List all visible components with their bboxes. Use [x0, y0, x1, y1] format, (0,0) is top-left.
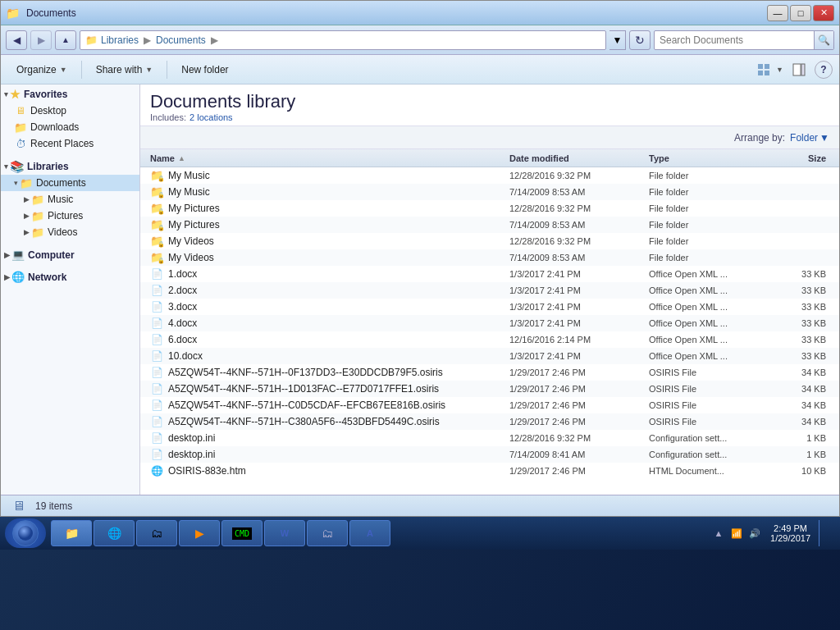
network-icon: 🌐	[11, 271, 25, 283]
favorites-label: Favorites	[24, 89, 67, 100]
network-group[interactable]: ▶ 🌐 Network	[1, 267, 139, 285]
table-row[interactable]: 📄 A5ZQW54T--4KNF--571H--0F137DD3--E30DDC…	[140, 364, 839, 381]
table-row[interactable]: 📄 desktop.ini 12/28/2016 9:32 PM Configu…	[140, 430, 839, 446]
computer-icon: 💻	[11, 249, 25, 261]
views-arrow[interactable]: ▼	[776, 66, 783, 74]
back-button[interactable]: ◀	[6, 30, 27, 50]
ie-icon: 🌐	[107, 527, 121, 540]
computer-group[interactable]: ▶ 💻 Computer	[1, 245, 139, 262]
taskbar-word[interactable]: W	[264, 520, 305, 546]
help-button[interactable]: ?	[815, 61, 833, 79]
library-title: Documents library	[150, 91, 829, 112]
taskbar-app2[interactable]: 🗂	[307, 520, 348, 546]
table-row[interactable]: 🌐 OSIRIS-883e.htm 1/29/2017 2:46 PM HTML…	[140, 463, 839, 479]
table-row[interactable]: 📁🔒 My Videos 12/28/2016 9:32 PM File fol…	[140, 233, 839, 249]
table-row[interactable]: 📄 3.docx 1/3/2017 2:41 PM Office Open XM…	[140, 299, 839, 315]
table-row[interactable]: 📄 A5ZQW54T--4KNF--571H--C0D5CDAF--EFCB67…	[140, 397, 839, 413]
taskbar-media[interactable]: ▶	[179, 520, 220, 546]
search-icon-button[interactable]: 🔍	[814, 31, 833, 49]
search-box[interactable]: 🔍	[654, 30, 834, 50]
table-row[interactable]: 📄 6.docx 12/16/2016 2:14 PM Office Open …	[140, 331, 839, 348]
table-row[interactable]: 📁🔒 My Music 7/14/2009 8:53 AM File folde…	[140, 184, 839, 200]
osiris-icon: 📄	[151, 416, 163, 427]
close-button[interactable]: ✕	[813, 5, 834, 21]
new-folder-button[interactable]: New folder	[172, 59, 237, 80]
sidebar-item-music[interactable]: ▶ 📁 Music	[1, 191, 139, 208]
osiris-icon: 📄	[151, 399, 163, 411]
share-button[interactable]: Share with ▼	[87, 59, 162, 80]
col-header-size[interactable]: Size	[772, 153, 829, 163]
taskbar-cmd[interactable]: CMD	[221, 520, 262, 546]
maximize-button[interactable]: □	[790, 5, 811, 21]
table-row[interactable]: 📄 1.docx 1/3/2017 2:41 PM Office Open XM…	[140, 266, 839, 282]
file-size: 1 KB	[772, 450, 829, 459]
col-header-date[interactable]: Date modified	[509, 153, 649, 163]
views-button[interactable]	[753, 60, 774, 80]
sidebar-item-recent-places[interactable]: ⏱ Recent Places	[1, 135, 139, 152]
file-name: My Music	[168, 170, 509, 181]
main-area: ▾ ★ Favorites 🖥 Desktop 📁 Downloads ⏱ Re…	[1, 84, 839, 495]
table-row[interactable]: 📁🔒 My Pictures 7/14/2009 8:53 AM File fo…	[140, 217, 839, 233]
addressbar: ◀ ▶ ▲ 📁 Libraries ▶ Documents ▶ ▼ ↻ 🔍	[1, 25, 839, 55]
table-row[interactable]: 📄 A5ZQW54T--4KNF--571H--C380A5F6--453DBF…	[140, 413, 839, 430]
table-row[interactable]: 📁🔒 My Music 12/28/2016 9:32 PM File fold…	[140, 167, 839, 184]
sidebar-item-documents[interactable]: ▾ 📁 Documents	[1, 175, 139, 191]
table-row[interactable]: 📄 desktop.ini 7/14/2009 8:41 AM Configur…	[140, 446, 839, 463]
tray-volume-icon[interactable]: 🔊	[747, 526, 762, 541]
toolbar-sep-1	[81, 61, 82, 79]
taskbar-files[interactable]: 🗂	[136, 520, 177, 546]
svg-rect-0	[758, 64, 763, 69]
taskbar-explorer[interactable]: 📁	[51, 520, 92, 546]
sidebar-item-downloads[interactable]: 📁 Downloads	[1, 119, 139, 135]
system-clock[interactable]: 2:49 PM 1/29/2017	[765, 523, 815, 543]
col-header-type[interactable]: Type	[649, 153, 772, 163]
share-label: Share with	[96, 64, 143, 75]
start-button[interactable]	[5, 518, 46, 548]
table-row[interactable]: 📄 10.docx 1/3/2017 2:41 PM Office Open X…	[140, 348, 839, 364]
col-header-name[interactable]: Name▲	[150, 153, 509, 163]
organize-arrow: ▼	[60, 66, 67, 74]
up-button[interactable]: ▲	[55, 30, 76, 50]
refresh-button[interactable]: ↻	[629, 30, 651, 50]
new-folder-label: New folder	[181, 64, 228, 75]
folder-icon-title: 📁	[6, 7, 20, 20]
locations-link[interactable]: 2 locations	[189, 112, 233, 122]
desktop-folder-icon: 🖥	[14, 104, 27, 117]
table-row[interactable]: 📁🔒 My Videos 7/14/2009 8:53 AM File fold…	[140, 249, 839, 266]
tray-network-icon[interactable]: 📶	[729, 526, 744, 541]
table-row[interactable]: 📄 2.docx 1/3/2017 2:41 PM Office Open XM…	[140, 282, 839, 299]
forward-button[interactable]: ▶	[30, 30, 52, 50]
file-size: 10 KB	[772, 466, 829, 476]
organize-button[interactable]: Organize ▼	[7, 59, 76, 80]
sidebar-videos-label: Videos	[48, 226, 77, 238]
toolbar: Organize ▼ Share with ▼ New folder	[1, 55, 839, 84]
sidebar-item-pictures[interactable]: ▶ 📁 Pictures	[1, 208, 139, 224]
preview-pane-button[interactable]	[788, 60, 810, 80]
file-type: Office Open XML ...	[649, 335, 772, 345]
arrange-value[interactable]: Folder ▼	[790, 132, 829, 144]
file-date: 12/28/2016 9:32 PM	[509, 236, 649, 246]
taskbar-word2[interactable]: A	[349, 520, 390, 546]
file-name: 3.docx	[168, 301, 509, 313]
file-name: 1.docx	[168, 268, 509, 280]
taskbar-ie[interactable]: 🌐	[94, 520, 135, 546]
address-field[interactable]: 📁 Libraries ▶ Documents ▶	[80, 30, 606, 50]
libraries-group[interactable]: ▾ 📚 Libraries	[1, 157, 139, 175]
doc-icon: 📄	[151, 301, 163, 313]
folder-icon: 📁🔒	[150, 235, 163, 247]
table-row[interactable]: 📄 A5ZQW54T--4KNF--571H--1D013FAC--E77D07…	[140, 381, 839, 397]
file-date: 7/14/2009 8:41 AM	[509, 450, 649, 459]
videos-folder-icon: 📁	[31, 226, 44, 239]
sidebar-item-desktop[interactable]: 🖥 Desktop	[1, 103, 139, 119]
address-dropdown[interactable]: ▼	[609, 30, 626, 50]
sidebar-item-videos[interactable]: ▶ 📁 Videos	[1, 224, 139, 240]
table-row[interactable]: 📄 4.docx 1/3/2017 2:41 PM Office Open XM…	[140, 315, 839, 331]
tray-expand[interactable]: ▲	[711, 526, 726, 541]
file-icon: 📄	[150, 300, 163, 313]
file-date: 1/3/2017 2:41 PM	[509, 351, 649, 361]
table-row[interactable]: 📁🔒 My Pictures 12/28/2016 9:32 PM File f…	[140, 200, 839, 217]
favorites-group[interactable]: ▾ ★ Favorites	[1, 84, 139, 103]
minimize-button[interactable]: —	[767, 5, 788, 21]
show-desktop-button[interactable]	[819, 520, 833, 546]
search-input[interactable]	[655, 34, 814, 46]
